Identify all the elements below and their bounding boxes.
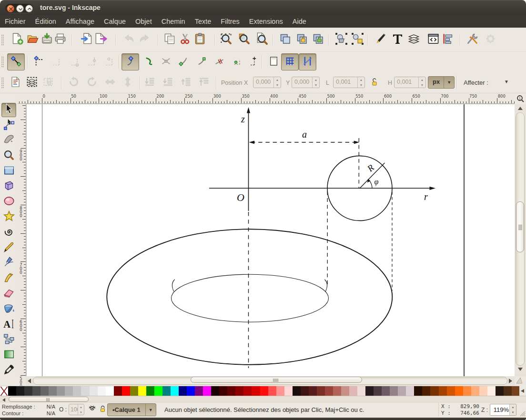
clone-button[interactable] [295,33,308,46]
lock-ratio-icon[interactable] [371,78,378,87]
palette-scrollbar[interactable] [0,396,526,402]
palette-swatch[interactable] [496,386,504,396]
paste-button[interactable] [193,33,206,46]
snap-page-border-button[interactable] [265,53,283,70]
height-spinbox[interactable]: 0,001 ▲▼ [394,77,426,88]
palette-swatch[interactable] [398,386,406,396]
spiral-tool-button[interactable] [1,226,16,240]
snap-bbox-button[interactable] [30,53,48,70]
titlebar[interactable]: tore.svg - Inkscape [0,0,526,15]
position-y-spinbox[interactable]: 0,000 ▲▼ [292,77,320,88]
canvas[interactable]: z a r O R φ [26,104,515,376]
toolbar-overflow-arrow[interactable]: ▼ [504,79,509,84]
zoom-spinbox[interactable]: 119% ▲▼ [490,404,516,416]
opacity-spinbox[interactable]: 100 ▲▼ [69,404,84,415]
layers-dialog-button[interactable] [407,33,420,46]
scroll-left-arrow[interactable] [28,379,31,383]
toolbar-grip[interactable] [1,35,4,45]
menu-calque[interactable]: Calque [99,15,131,28]
palette-swatch[interactable] [243,386,252,396]
toolbar-grip[interactable] [1,57,4,67]
snap-bbox-edges-button[interactable] [48,53,66,70]
palette-swatch[interactable] [463,386,471,396]
palette-swatch[interactable] [32,386,40,396]
horizontal-scrollbar[interactable] [26,376,515,386]
snap-nodes-button[interactable] [121,53,139,70]
palette-swatch[interactable] [430,386,438,396]
palette-swatch[interactable] [333,386,341,396]
palette-swatch[interactable] [252,386,260,396]
flip-horizontal-button[interactable] [103,76,117,90]
duplicate-button[interactable] [278,33,292,46]
sticky-zoom-button[interactable]: 1 [515,93,526,104]
palette-swatch[interactable] [260,386,268,396]
palette-swatch[interactable] [138,386,146,396]
pencil-tool-button[interactable] [1,241,16,255]
palette-swatch[interactable] [162,386,171,396]
snap-guides-button[interactable] [299,53,316,70]
palette-swatch[interactable] [268,386,276,396]
palette-swatch[interactable] [227,386,235,396]
selector-tool-button[interactable] [1,103,16,117]
select-all-layers-button[interactable] [25,76,39,90]
palette-swatch[interactable] [382,386,390,396]
palette-swatch[interactable] [106,386,114,396]
lower-to-bottom-button[interactable] [142,76,157,90]
horizontal-ruler[interactable]: 0501001502002503003504004505005506006507… [18,93,515,104]
palette-swatch[interactable] [73,386,81,396]
horizontal-scrollbar-thumb[interactable] [191,377,362,383]
vertical-ruler[interactable]: 900800700600500 [18,104,26,376]
palette-scrollbar-thumb[interactable] [9,397,89,402]
palette-swatch[interactable] [154,386,162,396]
raise-button[interactable] [179,76,193,90]
spinner-arrows[interactable]: ▲▼ [418,77,425,88]
snap-other-points-button[interactable] [229,53,246,70]
position-x-spinbox[interactable]: 0,000 ▲▼ [253,77,281,88]
palette-swatch[interactable] [40,386,49,396]
palette-swatch[interactable] [65,386,73,396]
menu-filtres[interactable]: Filtres [216,15,244,28]
snap-smooth-nodes-button[interactable] [193,53,211,70]
palette-swatch[interactable] [301,386,309,396]
zoom-drawing-button[interactable] [237,33,251,46]
palette-swatch[interactable] [406,386,414,396]
palette-swatch[interactable] [439,386,447,396]
palette-swatch[interactable] [187,386,195,396]
palette-swatch[interactable] [16,386,24,396]
pen-tool-button[interactable] [1,256,16,270]
minimize-button[interactable] [16,5,24,12]
unit-dropdown[interactable]: px ▼ [428,76,455,89]
zoom-page-button[interactable] [255,33,269,46]
palette-swatch[interactable] [414,386,422,396]
layer-visibility-icon[interactable] [89,405,96,411]
resize-grip[interactable] [518,409,526,417]
palette-swatch[interactable] [284,386,293,396]
xml-editor-button[interactable] [426,33,440,46]
toolbar-grip[interactable] [1,78,4,88]
snap-bbox-edge-midpoints-button[interactable] [83,53,101,70]
text-tool-button[interactable]: A [1,318,16,332]
import-button[interactable] [80,33,93,46]
palette-swatch[interactable] [325,386,333,396]
palette-swatch[interactable] [487,386,496,396]
palette-swatch[interactable] [81,386,89,396]
raise-to-top-button[interactable] [197,76,211,90]
menu-texte[interactable]: Texte [190,15,216,28]
palette-swatch[interactable] [309,386,317,396]
palette-swatch[interactable] [122,386,130,396]
spinner-arrows[interactable]: ▲▼ [273,77,281,88]
open-document-button[interactable] [26,33,39,46]
spinner-arrows[interactable]: ▲▼ [78,404,84,415]
node-tool-button[interactable] [1,118,16,132]
undo-button[interactable] [122,33,135,46]
fill-stroke-indicator[interactable]: Remplissage :N/A Contour :N/A [2,403,55,417]
palette-swatch[interactable] [374,386,382,396]
palette-scroll-left-arrow[interactable] [2,398,5,402]
zoom-tool-button[interactable] [1,149,16,163]
new-document-button[interactable] [10,33,24,46]
menu-objet[interactable]: Objet [131,15,157,28]
palette-swatch[interactable] [365,386,374,396]
align-dialog-button[interactable] [441,33,454,46]
calligraphy-tool-button[interactable] [1,271,16,286]
palette-swatch[interactable] [203,386,211,396]
